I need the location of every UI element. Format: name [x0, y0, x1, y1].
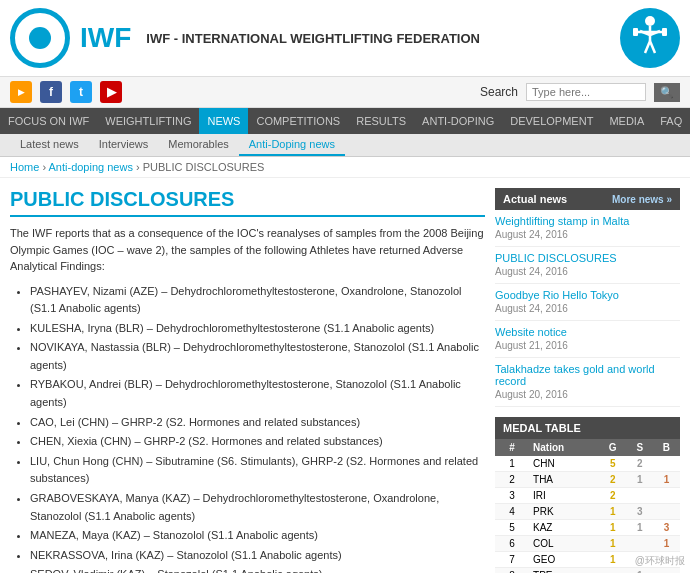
nation-cell: TPE — [529, 568, 599, 574]
bronze-cell: 3 — [653, 520, 680, 536]
news-item-3: Goodbye Rio Hello Tokyo August 24, 2016 — [495, 284, 680, 321]
news-date-1: August 24, 2016 — [495, 229, 568, 240]
nav-media[interactable]: MEDIA — [601, 108, 652, 134]
main-nav: FOCUS ON IWF WEIGHTLIFTING NEWS COMPETIT… — [0, 108, 690, 134]
bronze-cell — [653, 504, 680, 520]
list-item: KULESHA, Iryna (BLR) – Dehydrochlorometh… — [30, 320, 485, 338]
gold-cell: 2 — [599, 472, 627, 488]
nation-cell: IRI — [529, 488, 599, 504]
nav-focus-on-iwf[interactable]: FOCUS ON IWF — [0, 108, 97, 134]
silver-cell — [627, 488, 653, 504]
silver-cell: 1 — [627, 520, 653, 536]
nation-cell: THA — [529, 472, 599, 488]
breadcrumb-home[interactable]: Home — [10, 161, 39, 173]
col-silver: S — [627, 439, 653, 456]
logo-text: IWF — [80, 22, 131, 54]
svg-line-8 — [650, 41, 655, 53]
gold-cell: 1 — [599, 536, 627, 552]
search-button[interactable]: 🔍 — [654, 83, 680, 102]
list-item: PASHAYEV, Nizami (AZE) – Dehydrochlorome… — [30, 283, 485, 318]
news-title-1[interactable]: Weightlifting stamp in Malta — [495, 215, 680, 227]
sub-nav: Latest news Interviews Memorables Anti-D… — [0, 134, 690, 157]
content-area: PUBLIC DISCLOSURES The IWF reports that … — [0, 178, 690, 573]
news-title-2[interactable]: PUBLIC DISCLOSURES — [495, 252, 680, 264]
subnav-anti-doping-news[interactable]: Anti-Doping news — [239, 134, 345, 156]
silver-cell — [627, 536, 653, 552]
rank-cell: 2 — [495, 472, 529, 488]
gold-cell: 1 — [599, 504, 627, 520]
more-news-link[interactable]: More news » — [612, 194, 672, 205]
weightlifter-icon — [620, 8, 680, 68]
nation-cell: CHN — [529, 456, 599, 472]
breadcrumb: Home › Anti-doping news › PUBLIC DISCLOS… — [0, 157, 690, 178]
list-item: MANEZA, Maya (KAZ) – Stanozolol (S1.1 An… — [30, 527, 485, 545]
nav-development[interactable]: DEVELOPMENT — [502, 108, 601, 134]
facebook-icon[interactable]: f — [40, 81, 62, 103]
breadcrumb-anti-doping[interactable]: Anti-doping news — [49, 161, 133, 173]
logo-circle — [10, 8, 70, 68]
nation-cell: KAZ — [529, 520, 599, 536]
rank-cell: 5 — [495, 520, 529, 536]
page-title: PUBLIC DISCLOSURES — [10, 188, 485, 217]
logo-inner-circle — [29, 27, 51, 49]
rank-cell: 1 — [495, 456, 529, 472]
list-item: CAO, Lei (CHN) – GHRP-2 (S2. Hormones an… — [30, 414, 485, 432]
table-row: 1 CHN 5 2 — [495, 456, 680, 472]
table-row: 8 TPE 1 — [495, 568, 680, 574]
youtube-icon[interactable]: ▶ — [100, 81, 122, 103]
subnav-latest-news[interactable]: Latest news — [10, 134, 89, 156]
list-item: CHEN, Xiexia (CHN) – GHRP-2 (S2. Hormone… — [30, 433, 485, 451]
nav-competitions[interactable]: COMPETITIONS — [248, 108, 348, 134]
list-item: RYBAKOU, Andrei (BLR) – Dehydrochloromet… — [30, 376, 485, 411]
nav-anti-doping[interactable]: ANTI-DOPING — [414, 108, 502, 134]
medal-table: # Nation G S B 1 CHN 5 2 2 THA 2 1 1 3 I… — [495, 439, 680, 573]
svg-rect-5 — [662, 28, 667, 36]
table-row: 2 THA 2 1 1 — [495, 472, 680, 488]
sidebar: Actual news More news » Weightlifting st… — [495, 188, 680, 573]
col-bronze: B — [653, 439, 680, 456]
twitter-icon[interactable]: t — [70, 81, 92, 103]
news-title-5[interactable]: Talakhadze takes gold and world record — [495, 363, 680, 387]
disclosure-list: PASHAYEV, Nizami (AZE) – Dehydrochlorome… — [10, 283, 485, 574]
bronze-cell — [653, 568, 680, 574]
col-gold: G — [599, 439, 627, 456]
main-content: PUBLIC DISCLOSURES The IWF reports that … — [10, 188, 485, 573]
nav-weightlifting[interactable]: WEIGHTLIFTING — [97, 108, 199, 134]
news-title-4[interactable]: Website notice — [495, 326, 680, 338]
gold-cell — [599, 568, 627, 574]
org-title: IWF - INTERNATIONAL WEIGHTLIFTING FEDERA… — [146, 31, 620, 46]
subnav-interviews[interactable]: Interviews — [89, 134, 159, 156]
subnav-memorables[interactable]: Memorables — [158, 134, 239, 156]
news-item-1: Weightlifting stamp in Malta August 24, … — [495, 210, 680, 247]
actual-news-label: Actual news — [503, 193, 567, 205]
nav-news[interactable]: NEWS — [199, 108, 248, 134]
news-item-5: Talakhadze takes gold and world record A… — [495, 358, 680, 407]
nation-cell: GEO — [529, 552, 599, 568]
list-item: LIU, Chun Hong (CHN) – Sibutramine (S6. … — [30, 453, 485, 488]
rss-icon[interactable]: ▸ — [10, 81, 32, 103]
breadcrumb-current: PUBLIC DISCLOSURES — [143, 161, 265, 173]
news-title-3[interactable]: Goodbye Rio Hello Tokyo — [495, 289, 680, 301]
list-item: NEKRASSOVA, Irina (KAZ) – Stanozolol (S1… — [30, 547, 485, 565]
table-row: 6 COL 1 1 — [495, 536, 680, 552]
gold-cell: 1 — [599, 552, 627, 568]
rank-cell: 6 — [495, 536, 529, 552]
search-input[interactable] — [526, 83, 646, 101]
intro-text: The IWF reports that as a consequence of… — [10, 225, 485, 275]
gold-cell: 5 — [599, 456, 627, 472]
gold-cell: 2 — [599, 488, 627, 504]
silver-cell: 1 — [627, 568, 653, 574]
actual-news-header: Actual news More news » — [495, 188, 680, 210]
list-item: GRABOVESKAYA, Manya (KAZ) – Dehydrochlor… — [30, 490, 485, 525]
page-header: IWF IWF - INTERNATIONAL WEIGHTLIFTING FE… — [0, 0, 690, 77]
nav-results[interactable]: RESULTS — [348, 108, 414, 134]
news-items-container: Weightlifting stamp in Malta August 24, … — [495, 210, 680, 407]
medal-table-header: MEDAL TABLE — [495, 417, 680, 439]
silver-cell: 2 — [627, 456, 653, 472]
bronze-cell: 1 — [653, 536, 680, 552]
news-date-5: August 20, 2016 — [495, 389, 568, 400]
nation-cell: COL — [529, 536, 599, 552]
search-label: Search — [480, 85, 518, 99]
nav-faq[interactable]: FAQ — [652, 108, 690, 134]
col-nation: Nation — [529, 439, 599, 456]
